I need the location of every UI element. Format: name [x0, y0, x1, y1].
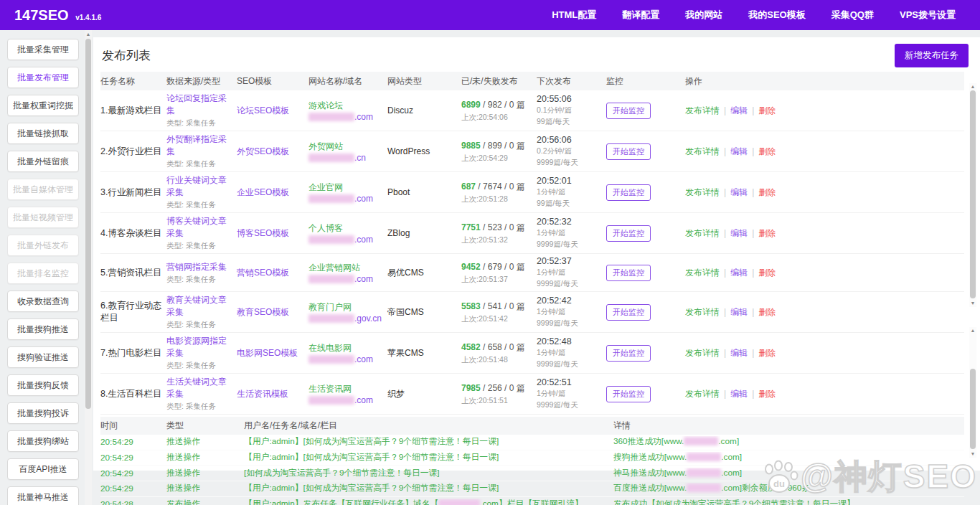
- delete-link[interactable]: 删除: [758, 307, 776, 317]
- log-table-scrollbar[interactable]: ▲ ▼: [969, 327, 976, 458]
- monitor-cell: 开始监控: [606, 343, 685, 364]
- scroll-up-icon[interactable]: ▲: [969, 83, 976, 90]
- scroll-up-icon[interactable]: ▲: [85, 31, 92, 38]
- sidebar-item-收录数据查询[interactable]: 收录数据查询: [7, 291, 79, 312]
- start-monitor-button[interactable]: 开始监控: [606, 103, 651, 119]
- publish-detail-link[interactable]: 发布详情: [685, 307, 720, 317]
- sidebar-item-批量链接抓取[interactable]: 批量链接抓取: [7, 123, 79, 144]
- delete-link[interactable]: 删除: [758, 348, 776, 358]
- sidebar-item-批量权重词挖掘[interactable]: 批量权重词挖掘: [7, 95, 79, 116]
- last-publish-time: 上次:20:54:29: [461, 154, 532, 164]
- seo-template-cell: 营销SEO模板: [237, 265, 308, 281]
- sidebar-item-批量发布管理[interactable]: 批量发布管理: [7, 67, 79, 88]
- delete-link[interactable]: 删除: [758, 389, 776, 399]
- publish-rate: 1分钟/篇: [537, 187, 602, 197]
- action-separator: |: [724, 389, 726, 399]
- site-name: 生活资讯网: [308, 383, 383, 395]
- sidebar-item-批量搜狗绑站[interactable]: 批量搜狗绑站: [7, 430, 79, 452]
- scroll-up-icon[interactable]: ▲: [969, 327, 976, 334]
- start-monitor-button[interactable]: 开始监控: [606, 225, 651, 242]
- delete-link[interactable]: 删除: [758, 105, 776, 115]
- site-name: 在线电影网: [308, 342, 383, 354]
- publish-detail-link[interactable]: 发布详情: [685, 187, 720, 197]
- start-monitor-button[interactable]: 开始监控: [606, 345, 651, 362]
- edit-link[interactable]: 编辑: [730, 105, 748, 115]
- new-task-button[interactable]: 新增发布任务: [895, 44, 969, 67]
- start-monitor-button[interactable]: 开始监控: [606, 265, 651, 281]
- sidebar-item-批量搜狗投诉[interactable]: 批量搜狗投诉: [7, 402, 79, 424]
- action-separator: |: [752, 389, 754, 399]
- publish-detail-link[interactable]: 发布详情: [685, 268, 720, 278]
- publish-rate: 1分钟/篇: [537, 228, 602, 238]
- publish-detail-link[interactable]: 发布详情: [685, 348, 720, 358]
- sidebar-item-批量神马推送[interactable]: 批量神马推送: [7, 486, 79, 505]
- monitor-cell: 开始监控: [606, 223, 685, 244]
- publish-table-body: 1.最新游戏栏目论坛回复指定采集类型: 采集任务论坛SEO模板游戏论坛.comD…: [93, 90, 980, 415]
- log-content: 【用户:admin】[如何成为淘宝运营高手？9个细节需注意！每日一课]: [244, 436, 613, 448]
- action-separator: |: [724, 146, 726, 156]
- delete-link[interactable]: 删除: [758, 187, 776, 197]
- topbar-nav-item[interactable]: 我的SEO模板: [748, 9, 805, 22]
- app-logo[interactable]: 147SEO v1.4.1.6: [14, 7, 101, 24]
- sidebar-item-批量搜狗反馈[interactable]: 批量搜狗反馈: [7, 374, 79, 396]
- publish-detail-link[interactable]: 发布详情: [685, 389, 720, 399]
- publish-detail-link[interactable]: 发布详情: [685, 105, 720, 115]
- delete-link[interactable]: 删除: [758, 146, 776, 156]
- start-monitor-button[interactable]: 开始监控: [606, 184, 651, 201]
- next-publish-time: 20:52:42: [537, 296, 602, 306]
- sidebar-scrollbar-thumb[interactable]: [85, 39, 91, 409]
- log-time: 20:54:29: [100, 468, 166, 478]
- start-monitor-button[interactable]: 开始监控: [606, 304, 651, 321]
- topbar-nav-item[interactable]: 我的网站: [685, 9, 722, 22]
- sidebar-item-批量搜狗推送[interactable]: 批量搜狗推送: [7, 318, 79, 340]
- log-table-scrollbar-thumb[interactable]: [970, 369, 976, 449]
- redacted-domain: [308, 314, 354, 323]
- topbar-nav: HTML配置翻译配置我的网站我的SEO模板采集QQ群VPS拨号设置: [552, 9, 966, 22]
- sidebar-item-批量采集管理[interactable]: 批量采集管理: [7, 39, 79, 60]
- cms-type-cell: 织梦: [387, 386, 461, 402]
- publish-count-cell: 9885 / 899 / 0 篇上次:20:54:29: [461, 138, 537, 166]
- sidebar-item-百度API推送[interactable]: 百度API推送: [7, 458, 79, 480]
- edit-link[interactable]: 编辑: [730, 187, 748, 197]
- publish-detail-link[interactable]: 发布详情: [685, 146, 720, 156]
- edit-link[interactable]: 编辑: [730, 268, 748, 278]
- topbar-nav-item[interactable]: 翻译配置: [622, 9, 659, 22]
- edit-link[interactable]: 编辑: [730, 389, 748, 399]
- redacted-domain: [308, 355, 354, 364]
- publish-table-column-header: 操作: [685, 73, 964, 90]
- publish-table-column-header: 监控: [606, 73, 685, 90]
- data-source-cell: 论坛回复指定采集类型: 采集任务: [166, 90, 237, 131]
- scroll-down-icon[interactable]: ▼: [969, 300, 976, 307]
- cms-type-cell: 易优CMS: [387, 265, 461, 281]
- log-time: 20:54:29: [100, 483, 166, 494]
- publish-table-scrollbar-thumb[interactable]: [970, 90, 976, 298]
- publish-table-header: 任务名称数据来源/类型SEO模板网站名称/域名网站类型已/未/失败发布下次发布监…: [100, 72, 964, 90]
- topbar-nav-item[interactable]: 采集QQ群: [831, 9, 874, 22]
- sidebar-item-搜狗验证推送[interactable]: 搜狗验证推送: [7, 346, 79, 368]
- delete-link[interactable]: 删除: [758, 268, 776, 278]
- data-source-cell: 电影资源网指定采集类型: 采集任务: [166, 333, 237, 373]
- topbar-nav-item[interactable]: VPS拨号设置: [900, 9, 956, 22]
- next-publish-cell: 20:52:481分钟/篇9999篇/每天: [537, 334, 606, 372]
- cms-type-cell: 帝国CMS: [387, 304, 461, 321]
- start-monitor-button[interactable]: 开始监控: [606, 143, 651, 160]
- edit-link[interactable]: 编辑: [730, 146, 748, 156]
- action-separator: |: [752, 348, 754, 358]
- sidebar-scrollbar[interactable]: ▲: [85, 30, 92, 505]
- publish-table-scrollbar[interactable]: ▲ ▼: [969, 83, 976, 307]
- data-source-type: 类型: 采集任务: [166, 118, 232, 128]
- publish-rate: 0.1分钟/篇: [537, 105, 602, 115]
- edit-link[interactable]: 编辑: [730, 228, 748, 238]
- actions-cell: 发布详情|编辑|删除: [685, 225, 964, 242]
- start-monitor-button[interactable]: 开始监控: [606, 386, 651, 402]
- scroll-down-icon[interactable]: ▼: [969, 450, 976, 458]
- topbar-nav-item[interactable]: HTML配置: [552, 9, 596, 22]
- edit-link[interactable]: 编辑: [730, 307, 748, 317]
- edit-link[interactable]: 编辑: [730, 348, 748, 358]
- site-domain: .gov.cn: [308, 313, 383, 324]
- data-source-cell: 生活关键词文章采集类型: 采集任务: [166, 374, 237, 414]
- delete-link[interactable]: 删除: [758, 228, 776, 238]
- publish-detail-link[interactable]: 发布详情: [685, 228, 720, 238]
- next-publish-time: 20:52:01: [537, 176, 602, 186]
- sidebar-item-批量外链留痕[interactable]: 批量外链留痕: [7, 151, 79, 172]
